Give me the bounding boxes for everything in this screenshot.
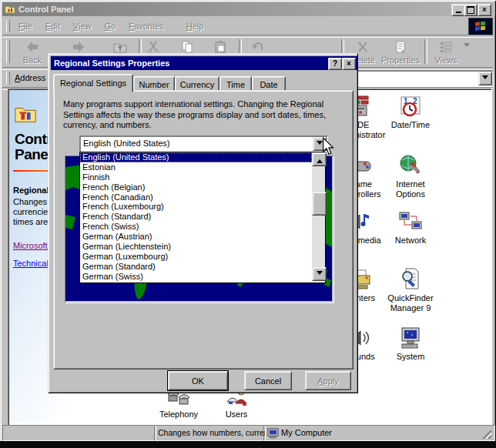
dialog-help-button[interactable]: ? (328, 58, 342, 70)
language-dropdown-list: English (United States) Estonian Finnish… (79, 152, 326, 283)
list-item[interactable]: French (Canadian) (80, 192, 312, 202)
taskbar-edge (0, 441, 496, 448)
control-panel-window: Control Panel × File Edit View Go Favori… (0, 0, 496, 448)
list-scrollbar[interactable] (312, 152, 325, 281)
mouse-cursor (322, 137, 334, 156)
maximize-button[interactable] (464, 4, 478, 16)
list-item[interactable]: Estonian (80, 162, 312, 172)
menu-favorites[interactable]: Favorites (123, 20, 169, 32)
cp-item-network[interactable]: Network (383, 209, 438, 246)
statusbar-zone-label: My Computer (281, 426, 332, 440)
my-computer-icon (267, 428, 279, 439)
dialog-description: Many programs support international sett… (63, 99, 326, 131)
list-item[interactable]: German (Swiss) (80, 272, 312, 282)
cp-item-quickfinder[interactable]: QuickFinderManager 9 (383, 267, 438, 313)
statusbar-left-panel (2, 425, 156, 441)
list-item[interactable]: German (Luxembourg) (80, 252, 312, 262)
list-item[interactable]: German (Standard) (80, 262, 312, 272)
scroll-down-button[interactable] (312, 267, 327, 281)
control-panel-folder-icon (5, 4, 15, 15)
address-dropdown-button[interactable] (478, 72, 492, 85)
views-icon (438, 39, 454, 55)
list-item[interactable]: German (Austrian) (80, 232, 312, 242)
control-panel-large-icon (14, 102, 37, 127)
combobox-value: English (United States) (83, 138, 170, 149)
list-item[interactable]: German (Liechtenstein) (80, 242, 312, 252)
menu-edit[interactable]: Edit (40, 20, 65, 32)
statusbar-zone: My Computer (263, 425, 495, 441)
ok-button[interactable]: OK (168, 371, 228, 390)
scroll-thumb[interactable] (312, 192, 327, 216)
views-dropdown-icon[interactable] (464, 43, 470, 50)
tab-regional-settings[interactable]: Regional Settings (53, 74, 133, 92)
system-icon (398, 326, 423, 350)
network-icon (398, 209, 423, 234)
menu-grip[interactable] (6, 20, 10, 32)
cp-item-internet-options[interactable]: InternetOptions (383, 153, 438, 199)
toolbar-properties-label: Properties (381, 55, 420, 65)
date-time-icon: 12 (398, 94, 423, 119)
dialog-close-button[interactable]: × (342, 58, 356, 70)
menu-help[interactable]: Help (181, 20, 209, 32)
toolbar-views-label: Views (434, 55, 457, 65)
list-item[interactable]: French (Luxembourg) (80, 202, 312, 212)
list-item[interactable]: Finnish (80, 172, 312, 182)
toolbar-properties-button[interactable]: Properties (380, 37, 421, 69)
forward-icon (71, 39, 86, 55)
close-button[interactable]: × (478, 4, 491, 16)
quickfinder-icon (398, 267, 423, 292)
dialog-titlebar[interactable]: Regional Settings Properties (51, 56, 358, 70)
cp-item-system[interactable]: System (383, 326, 438, 362)
paste-icon (213, 39, 228, 55)
list-item[interactable]: French (Belgian) (80, 182, 312, 192)
toolbar-back-button[interactable]: Back (13, 37, 52, 69)
address-label: Address (15, 73, 45, 82)
toolbar-grip[interactable] (6, 40, 10, 63)
dialog-title: Regional Settings Properties (54, 59, 169, 68)
statusbar-description: Changes how numbers, currencies, dates a… (154, 425, 266, 441)
windows-logo (468, 18, 493, 35)
undo-icon (250, 39, 266, 55)
back-icon (25, 39, 40, 55)
list-item[interactable]: English (United States) (80, 152, 312, 162)
cut-icon (146, 39, 161, 55)
copy-icon (179, 39, 195, 55)
regional-settings-dialog: Regional Settings Properties ? × Regiona… (48, 53, 358, 393)
delete-icon (355, 39, 370, 55)
cancel-button[interactable]: Cancel (244, 371, 292, 390)
address-grip[interactable] (6, 72, 10, 85)
menu-bar: File Edit View Go Favorites Help (2, 18, 493, 35)
list-item[interactable]: French (Standard) (80, 212, 312, 222)
cp-item-date-time[interactable]: 12 Date/Time (383, 94, 438, 130)
apply-button[interactable]: Apply (305, 371, 351, 390)
menu-go[interactable]: Go (99, 20, 122, 32)
toolbar-views-button[interactable]: Views (428, 37, 464, 69)
menu-view[interactable]: View (68, 20, 97, 32)
menu-file[interactable]: File (13, 20, 38, 32)
window-title: Control Panel (18, 5, 74, 14)
toolbar-back-label: Back (23, 55, 42, 65)
internet-options-icon (398, 153, 423, 178)
window-titlebar[interactable]: Control Panel (2, 2, 495, 16)
properties-icon (393, 39, 408, 55)
list-item[interactable]: French (Swiss) (80, 222, 312, 232)
up-folder-icon (112, 39, 128, 55)
